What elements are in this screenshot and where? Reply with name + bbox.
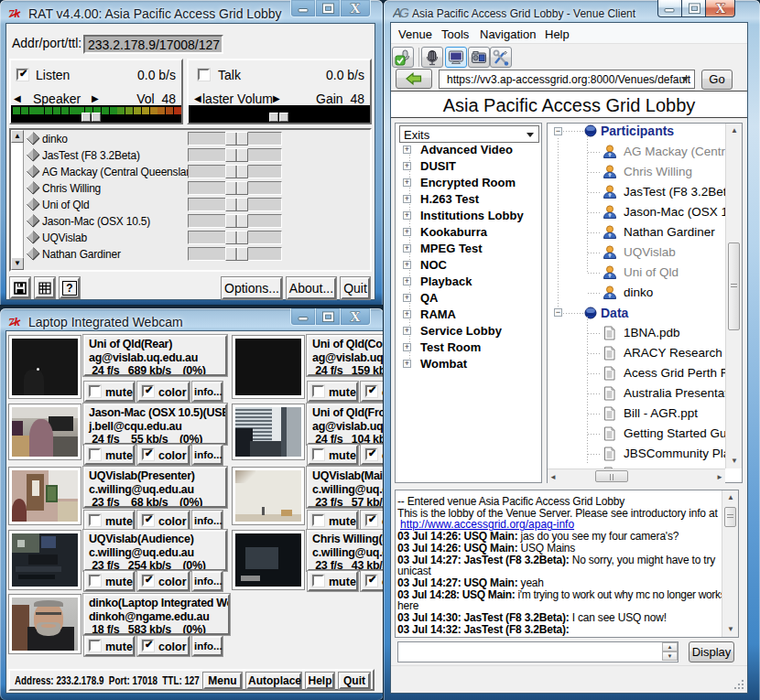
svg-text:7k: 7k (8, 315, 21, 328)
svg-text:7k: 7k (8, 6, 21, 20)
svg-text:X: X (715, 2, 725, 15)
svg-text:X: X (351, 310, 361, 323)
svg-text:X: X (351, 2, 361, 15)
svg-text:G: G (399, 6, 409, 20)
